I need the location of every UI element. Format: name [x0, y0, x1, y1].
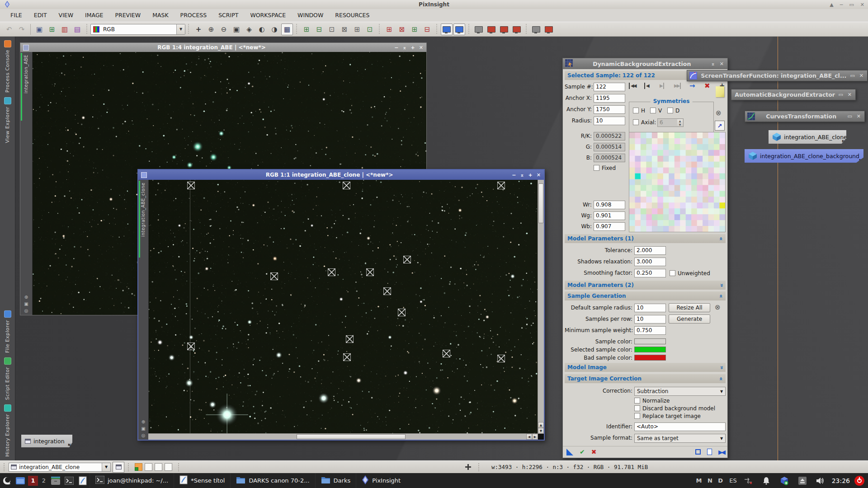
fit-view-icon[interactable]: ◈ — [243, 23, 255, 35]
symmetry-h-checkbox[interactable] — [633, 108, 639, 113]
tolerance-input[interactable]: 2.000 — [634, 246, 666, 255]
section-header-target-image-correction[interactable]: Target Image Correction« — [565, 374, 726, 383]
scroll-right-icon[interactable]: ▶ — [532, 434, 538, 440]
window-mode-button[interactable] — [113, 462, 124, 473]
view-mode-selector[interactable]: RGB▼ — [90, 24, 185, 35]
menu-window[interactable]: WINDOW — [292, 9, 329, 22]
dbe-sample-marker[interactable] — [366, 268, 374, 276]
section-header-model-image[interactable]: Model Image« — [565, 363, 726, 372]
selected-sample-color-swatch[interactable] — [634, 347, 666, 352]
zoom-tool-icon[interactable]: ⊕ — [24, 295, 28, 300]
section-header-model-parameters-1[interactable]: Model Parameters (1)« — [565, 234, 726, 243]
delete-sample-icon[interactable]: ✖ — [703, 83, 711, 89]
weight-b-input[interactable]: 0.907 — [594, 222, 625, 231]
dbe-sample-marker[interactable] — [497, 182, 505, 189]
new-instance-icon[interactable] — [566, 449, 573, 455]
dock-tab-view-explorer[interactable]: View Explorer — [4, 97, 11, 143]
toolbar-grip[interactable] — [378, 24, 381, 35]
removable-media-icon[interactable] — [797, 475, 808, 487]
real-time-preview-icon[interactable] — [695, 449, 701, 455]
stf-restore-icon[interactable]: ▭ — [850, 73, 854, 79]
readout-right-icon[interactable]: ◑ — [269, 23, 280, 35]
image-window-integration-abe-clone[interactable]: RGB 1:1 integration_ABE_clone | <*new*> … — [137, 169, 545, 441]
menu-image[interactable]: IMAGE — [79, 9, 109, 22]
section-collapse-icon[interactable]: « — [717, 377, 724, 380]
stf-green-icon[interactable]: ⊞ — [409, 23, 420, 35]
new-image-icon[interactable]: ▥ — [59, 23, 71, 35]
window-shade-icon[interactable]: ⌅ — [520, 173, 524, 178]
execute-icon[interactable]: ✔ — [580, 448, 585, 455]
taskbar-window-feather[interactable]: *Sense títol — [174, 473, 230, 488]
screen-mask-icon[interactable] — [498, 23, 510, 35]
weight-g-input[interactable]: 0.901 — [594, 211, 625, 220]
readout-left-icon[interactable]: ◐ — [256, 23, 268, 35]
dbe-sample-marker[interactable] — [343, 353, 351, 361]
duplicate-image-icon[interactable]: ⊞ — [46, 23, 58, 35]
display-image-icon[interactable]: ▦ — [281, 23, 293, 35]
dbe-sample-marker[interactable] — [187, 182, 195, 189]
icon-integration-abe-clone-background[interactable]: integration_ABE_clone_background N — [745, 149, 863, 163]
stf-auto-stretch-icon[interactable]: ⊞ — [383, 23, 395, 35]
window-close-icon[interactable]: ✕ — [537, 173, 541, 178]
statusbar-grip[interactable] — [177, 463, 180, 471]
dbe-dialog[interactable]: DynamicBackgroundExtraction ⌅ ✕ Selected… — [562, 58, 728, 458]
dbe-sample-marker[interactable] — [187, 343, 195, 350]
abe-restore-icon[interactable]: ▭ — [838, 92, 843, 98]
dbe-sample-marker[interactable] — [403, 256, 411, 263]
dbe-sample-marker[interactable] — [497, 355, 505, 362]
app-close-icon[interactable]: ✕ — [860, 2, 864, 8]
axial-spinner[interactable]: 6▲▼ — [657, 118, 684, 127]
dbe-shade-icon[interactable]: ⌅ — [711, 61, 715, 67]
toolbar-grip[interactable] — [295, 24, 298, 35]
discard-background-model-checkbox[interactable] — [634, 405, 640, 411]
workspace-2-button[interactable]: 2 — [40, 476, 48, 486]
samples-per-row-input[interactable]: 10 — [634, 315, 666, 324]
app-minimize-icon[interactable]: ─ — [840, 2, 843, 8]
screen-primary-icon[interactable] — [441, 23, 453, 35]
zoom-out-icon[interactable]: ⊖ — [218, 23, 230, 35]
broadcast-views-icon[interactable]: ⊡ — [364, 23, 376, 35]
fixed-checkbox[interactable] — [594, 165, 599, 171]
stf-edit-icon[interactable]: ⊟ — [421, 23, 433, 35]
dock-tab-history-explorer[interactable]: History Explorer — [4, 404, 11, 457]
last-sample-icon[interactable]: ▶▶ — [673, 83, 681, 89]
dbe-sample-marker[interactable] — [328, 268, 335, 276]
scroll-left-icon[interactable]: ◀ — [526, 434, 532, 440]
normalize-checkbox[interactable] — [634, 398, 640, 404]
section-collapse-icon[interactable]: « — [717, 283, 724, 287]
window-minimize-icon[interactable]: − — [512, 173, 516, 178]
dropdown-arrow-icon[interactable]: ▼ — [718, 436, 725, 441]
workspace-1-button[interactable]: 1 — [28, 476, 38, 486]
image-view[interactable]: integration_ABE_clone ⊕ ▣ ◎ ▲ ▼ ◀ ▶ — [138, 180, 544, 440]
vertical-scrollbar[interactable]: ▲ ▼ — [538, 180, 544, 434]
save-image-icon[interactable]: ▤ — [71, 23, 83, 35]
window-zoom-icon[interactable]: + — [528, 173, 533, 178]
sync-views-icon[interactable]: ⊞ — [351, 23, 363, 35]
dbe-titlebar[interactable]: DynamicBackgroundExtraction ⌅ ✕ — [563, 58, 727, 69]
goto-sample-icon[interactable]: → — [689, 83, 696, 89]
next-sample-icon[interactable]: ▶ — [659, 83, 664, 89]
statusbar-grip[interactable] — [127, 463, 130, 471]
unlink-rgb-icon[interactable]: ⊟ — [313, 23, 325, 35]
statusbar-grip[interactable] — [3, 463, 6, 471]
horizontal-scrollbar[interactable]: ◀ ▶ — [148, 433, 538, 440]
taskbar-window-folder[interactable]: DARKS canon 70-2... — [230, 473, 315, 488]
workspace-prev-icon[interactable] — [530, 23, 542, 35]
workspace-square-4[interactable] — [165, 463, 172, 471]
taskbar-window-terminal[interactable]: joan@thinkpad: ~/... — [90, 473, 174, 488]
menu-file[interactable]: FILE — [5, 9, 28, 22]
readout-crosshair-icon[interactable] — [465, 464, 471, 470]
menu-mask[interactable]: MASK — [146, 9, 174, 22]
unweighted-checkbox[interactable] — [670, 270, 675, 276]
sticky-note-icon[interactable] — [716, 86, 724, 97]
dbe-sample-marker[interactable] — [398, 309, 406, 316]
horizontal-scroll-thumb[interactable] — [297, 434, 406, 439]
window-shade-icon[interactable]: ⌅ — [402, 45, 406, 50]
editor-launcher-icon[interactable] — [77, 475, 89, 487]
volume-icon[interactable] — [815, 475, 826, 487]
browse-documentation-icon[interactable] — [707, 449, 712, 455]
menu-preview[interactable]: PREVIEW — [109, 9, 147, 22]
shadows-relaxation-input[interactable]: 3.000 — [634, 258, 666, 266]
identifier-input[interactable]: <Auto> — [634, 422, 726, 431]
dbe-sample-marker[interactable] — [343, 182, 350, 189]
